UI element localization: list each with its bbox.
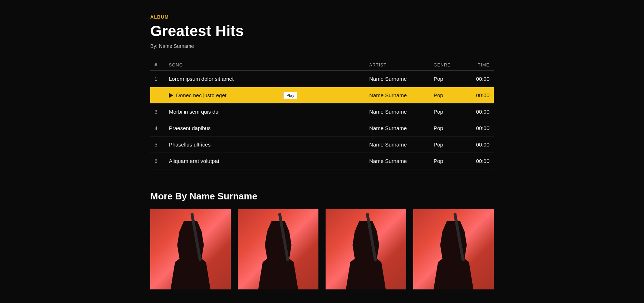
col-header-time: TIME: [465, 60, 494, 71]
track-time: 00:00: [465, 87, 494, 104]
album-cards-grid: [150, 209, 494, 289]
track-song: Lorem ipsum dolor sit amet: [165, 71, 365, 87]
table-row[interactable]: Donec nec justo eget Play Name Surname P…: [150, 87, 494, 104]
col-header-artist: ARTIST: [365, 60, 429, 71]
track-artist: Name Surname: [365, 120, 429, 136]
album-card-3[interactable]: [326, 209, 406, 289]
track-time: 00:00: [465, 104, 494, 120]
table-row[interactable]: 6 Aliquam erat volutpat Name Surname Pop…: [150, 153, 494, 169]
album-artist: By: Name Surname: [150, 43, 494, 49]
track-song: Aliquam erat volutpat: [165, 153, 365, 169]
album-title: Greatest Hits: [150, 23, 494, 40]
col-header-genre: GENRE: [429, 60, 465, 71]
track-number: 6: [150, 153, 165, 169]
track-table: # SONG ARTIST GENRE TIME 1 Lorem ipsum d…: [150, 60, 494, 169]
track-song-title: Donec nec justo eget: [176, 92, 226, 98]
play-icon: [169, 93, 173, 98]
album-card-4[interactable]: [413, 209, 494, 289]
track-genre: Pop: [429, 153, 465, 169]
album-card-1[interactable]: [150, 209, 231, 289]
album-header: ALBUM Greatest Hits By: Name Surname: [150, 14, 494, 49]
album-card-2[interactable]: [238, 209, 318, 289]
more-section-title: More By Name Surname: [150, 191, 494, 202]
track-number: [150, 87, 165, 104]
track-song: Praesent dapibus: [165, 120, 365, 136]
track-song: Donec nec justo eget Play: [165, 87, 365, 104]
track-artist: Name Surname: [365, 153, 429, 169]
track-genre: Pop: [429, 87, 465, 104]
more-section: More By Name Surname: [150, 191, 494, 289]
album-label: ALBUM: [150, 14, 494, 20]
track-song: Phasellus ultrices: [165, 136, 365, 153]
track-song: Morbi in sem quis dui: [165, 104, 365, 120]
track-artist: Name Surname: [365, 104, 429, 120]
play-tooltip: Play: [283, 92, 297, 99]
track-genre: Pop: [429, 120, 465, 136]
track-genre: Pop: [429, 71, 465, 87]
track-genre: Pop: [429, 104, 465, 120]
track-time: 00:00: [465, 153, 494, 169]
track-time: 00:00: [465, 136, 494, 153]
track-number: 4: [150, 120, 165, 136]
col-header-number: #: [150, 60, 165, 71]
track-artist: Name Surname: [365, 136, 429, 153]
album-card-image-3: [326, 209, 406, 289]
col-header-song: SONG: [165, 60, 365, 71]
album-card-image-1: [150, 209, 231, 289]
track-time: 00:00: [465, 71, 494, 87]
album-card-image-2: [238, 209, 318, 289]
table-header-row: # SONG ARTIST GENRE TIME: [150, 60, 494, 71]
track-time: 00:00: [465, 120, 494, 136]
track-genre: Pop: [429, 136, 465, 153]
track-number: 1: [150, 71, 165, 87]
table-row[interactable]: 4 Praesent dapibus Name Surname Pop 00:0…: [150, 120, 494, 136]
table-row[interactable]: 5 Phasellus ultrices Name Surname Pop 00…: [150, 136, 494, 153]
table-row[interactable]: 1 Lorem ipsum dolor sit amet Name Surnam…: [150, 71, 494, 87]
track-artist: Name Surname: [365, 71, 429, 87]
track-number: 5: [150, 136, 165, 153]
album-card-image-4: [413, 209, 494, 289]
track-artist: Name Surname: [365, 87, 429, 104]
table-row[interactable]: 3 Morbi in sem quis dui Name Surname Pop…: [150, 104, 494, 120]
track-number: 3: [150, 104, 165, 120]
